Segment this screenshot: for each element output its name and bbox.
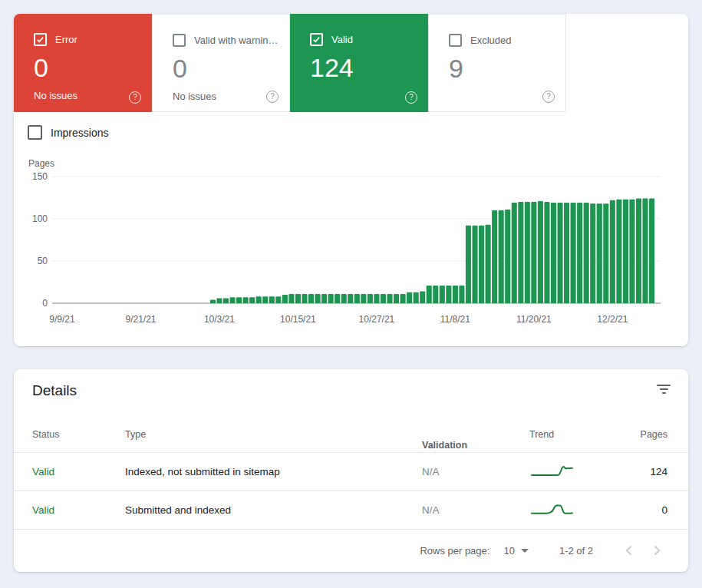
row-validation: N/A [422, 504, 440, 516]
pagination-range: 1-2 of 2 [559, 545, 593, 557]
svg-text:10/15/21: 10/15/21 [280, 314, 316, 325]
svg-text:9/21/21: 9/21/21 [125, 314, 156, 325]
header-type[interactable]: Type [125, 429, 146, 440]
row-validation: N/A [422, 466, 440, 477]
sort-desc-icon: ↓ [427, 440, 432, 451]
tile-error[interactable]: Error 0 No issues ? [14, 14, 152, 112]
help-icon[interactable]: ? [542, 91, 555, 103]
row-status: Valid [32, 466, 54, 477]
row-type: Submitted and indexed [125, 504, 231, 516]
details-title: Details [32, 382, 77, 399]
checkbox-unchecked-icon[interactable] [173, 34, 186, 47]
rows-per-page-value[interactable]: 10 [503, 545, 514, 557]
details-card: Details Status Type Validation↓ Trend Pa… [14, 369, 688, 572]
svg-text:10/3/21: 10/3/21 [204, 314, 235, 325]
tile-excluded-count: 9 [449, 55, 565, 81]
tile-warnings-label: Valid with warnin… [194, 35, 278, 46]
checkbox-checked-icon[interactable] [310, 33, 323, 46]
row-pages: 0 [661, 504, 667, 516]
row-status: Valid [32, 504, 54, 516]
impressions-toggle[interactable]: Impressions [28, 125, 108, 140]
svg-text:12/2/21: 12/2/21 [597, 314, 628, 325]
header-status[interactable]: Status [32, 429, 59, 440]
trend-sparkline [529, 500, 578, 519]
svg-text:150: 150 [32, 171, 48, 182]
tile-excluded[interactable]: Excluded 9 ? [428, 14, 566, 112]
help-icon[interactable]: ? [405, 91, 417, 104]
svg-text:50: 50 [38, 256, 48, 266]
row-type: Indexed, not submitted in sitemap [125, 466, 280, 477]
tile-valid-with-warnings[interactable]: Valid with warnin… 0 No issues ? [152, 14, 290, 112]
header-pages[interactable]: Pages [641, 429, 667, 440]
table-header: Status Type Validation↓ Trend Pages [14, 418, 688, 453]
coverage-card: Error 0 No issues ? Valid with warnin… 0… [14, 14, 688, 346]
pages-chart: 0501001509/9/219/21/2110/3/2110/15/2110/… [14, 166, 688, 333]
svg-text:9/9/21: 9/9/21 [49, 314, 75, 325]
tile-error-count: 0 [34, 55, 152, 81]
tile-valid[interactable]: Valid 124 ? [290, 14, 428, 112]
table-row[interactable]: Valid Indexed, not submitted in sitemap … [14, 452, 688, 491]
tile-warnings-count: 0 [173, 55, 289, 81]
next-page-icon[interactable] [654, 545, 661, 556]
filter-list-icon[interactable] [657, 385, 671, 396]
checkbox-unchecked-icon[interactable] [28, 125, 42, 140]
svg-text:100: 100 [32, 213, 48, 224]
header-trend[interactable]: Trend [529, 429, 554, 440]
tile-error-label: Error [55, 34, 77, 45]
checkbox-unchecked-icon[interactable] [449, 34, 462, 47]
tile-valid-count: 124 [310, 55, 428, 81]
svg-text:11/8/21: 11/8/21 [440, 314, 470, 325]
status-tiles: Error 0 No issues ? Valid with warnin… 0… [14, 14, 688, 112]
help-icon[interactable]: ? [129, 91, 141, 104]
svg-text:11/20/21: 11/20/21 [516, 314, 552, 325]
row-pages: 124 [650, 466, 667, 477]
svg-text:0: 0 [42, 298, 48, 309]
table-row[interactable]: Valid Submitted and indexed N/A 0 [14, 491, 688, 530]
checkbox-checked-icon[interactable] [34, 33, 47, 46]
tile-valid-label: Valid [331, 34, 353, 45]
svg-text:10/27/21: 10/27/21 [359, 314, 395, 325]
impressions-label: Impressions [51, 127, 108, 139]
rows-per-page-label: Rows per page: [420, 545, 489, 557]
dropdown-caret-icon[interactable] [521, 549, 529, 553]
help-icon[interactable]: ? [266, 91, 278, 103]
previous-page-icon[interactable] [625, 545, 632, 556]
trend-sparkline [529, 462, 578, 481]
tile-excluded-label: Excluded [470, 35, 511, 46]
table-pagination: Rows per page: 10 1-2 of 2 [14, 529, 688, 572]
